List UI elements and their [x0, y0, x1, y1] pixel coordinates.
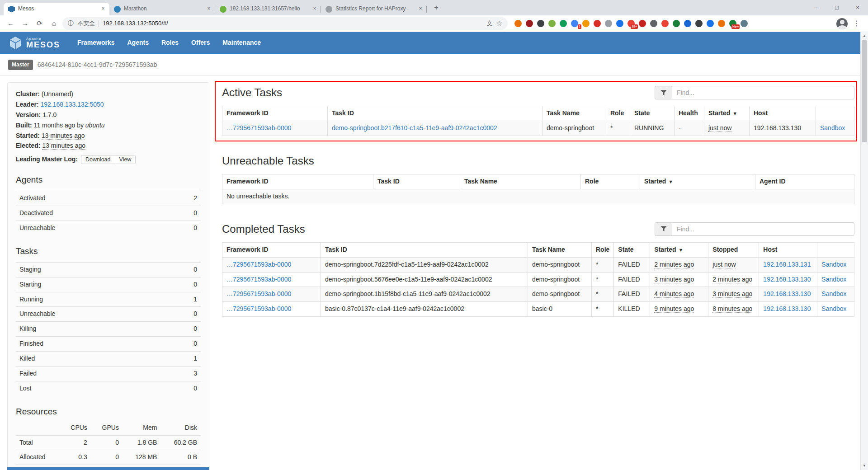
completed-tasks-find-input[interactable] — [672, 222, 854, 236]
extension-icon[interactable] — [526, 20, 533, 27]
col-role[interactable]: Role — [581, 174, 640, 189]
tab-marathon[interactable]: Marathon × — [109, 3, 215, 15]
framework-link[interactable]: …7295671593ab-0000 — [226, 290, 291, 297]
page-scrollbar[interactable]: ▲ ▼ — [860, 32, 868, 470]
nav-roles[interactable]: Roles — [155, 38, 185, 47]
col-framework-id[interactable]: Framework ID — [222, 242, 321, 257]
filter-icon-button[interactable] — [655, 86, 672, 99]
framework-link[interactable]: …7295671593ab-0000 — [226, 305, 291, 312]
col-host[interactable]: Host — [750, 106, 816, 121]
extension-icon[interactable] — [616, 20, 623, 27]
host-link[interactable]: 192.168.133.130 — [763, 276, 811, 283]
extension-icon[interactable] — [673, 20, 680, 27]
home-button[interactable]: ⌂ — [48, 18, 60, 30]
browser-menu-button[interactable]: ⋮ — [850, 19, 863, 29]
col-task-name[interactable]: Task Name — [460, 174, 581, 189]
scroll-down-arrow[interactable]: ▼ — [861, 462, 868, 470]
extension-icon[interactable] — [684, 20, 691, 27]
sandbox-link[interactable]: Sandbox — [821, 290, 846, 297]
nav-offers[interactable]: Offers — [185, 38, 216, 47]
framework-link[interactable]: …7295671593ab-0000 — [226, 276, 291, 283]
col-framework-id[interactable]: Framework ID — [222, 106, 328, 121]
extension-icon[interactable] — [560, 20, 567, 27]
minimize-button[interactable]: – — [806, 0, 826, 15]
sandbox-link[interactable]: Sandbox — [820, 124, 845, 132]
extension-icon[interactable]: 1 — [571, 20, 578, 27]
col-started[interactable]: Started▼ — [640, 174, 755, 189]
sandbox-link[interactable]: Sandbox — [821, 276, 846, 283]
host-link[interactable]: 192.168.133.130 — [763, 305, 811, 312]
tab-mesos[interactable]: Mesos × — [4, 3, 109, 15]
log-view-button[interactable]: View — [115, 155, 136, 164]
bookmark-star-icon[interactable]: ☆ — [496, 19, 502, 28]
log-download-button[interactable]: Download — [81, 155, 115, 164]
col-task-id[interactable]: Task ID — [328, 106, 542, 121]
sandbox-link[interactable]: Sandbox — [821, 305, 846, 312]
site-info-icon[interactable]: ⓘ — [68, 19, 74, 28]
tab-close-icon[interactable]: × — [205, 5, 212, 13]
task-id-link[interactable]: demo-springboot.b217f610-c1a5-11e9-aaf9-… — [332, 124, 497, 132]
extension-icon[interactable] — [537, 20, 544, 27]
profile-avatar[interactable] — [836, 18, 848, 29]
col-role[interactable]: Role — [606, 106, 630, 121]
sandbox-link[interactable]: Sandbox — [821, 261, 846, 268]
extension-icon[interactable] — [582, 20, 590, 27]
nav-frameworks[interactable]: Frameworks — [71, 38, 121, 47]
extension-icon[interactable] — [605, 20, 612, 27]
tab-haproxy-stats[interactable]: Statistics Report for HAProxy × — [321, 3, 427, 15]
cluster-sidebar: Cluster: (Unnamed) Leader: 192.168.133.1… — [7, 82, 209, 470]
scroll-up-arrow[interactable]: ▲ — [861, 33, 868, 40]
col-task-id[interactable]: Task ID — [373, 174, 460, 189]
extension-icon[interactable] — [514, 20, 522, 27]
maximize-button[interactable]: □ — [826, 0, 847, 15]
col-host[interactable]: Host — [759, 242, 817, 257]
elected-info: Elected: 13 minutes ago — [16, 141, 201, 150]
mesos-home-link[interactable]: Apache MESOS — [8, 36, 60, 50]
extension-icon[interactable] — [639, 20, 646, 27]
tab-close-icon[interactable]: × — [311, 5, 318, 13]
extension-icon[interactable] — [548, 20, 556, 27]
col-health[interactable]: Health — [675, 106, 704, 121]
extension-icon[interactable]: 99+ — [627, 20, 635, 27]
framework-link[interactable]: …7295671593ab-0000 — [226, 124, 291, 132]
col-agent-id[interactable]: Agent ID — [755, 174, 854, 189]
col-framework-id[interactable]: Framework ID — [222, 174, 373, 189]
forward-button[interactable]: → — [19, 18, 31, 30]
translate-icon[interactable]: 文 — [487, 19, 493, 28]
refresh-button[interactable]: ⟳ — [33, 18, 46, 30]
nav-agents[interactable]: Agents — [121, 38, 155, 47]
filter-icon-button[interactable] — [655, 222, 672, 236]
leader-link[interactable]: 192.168.133.132:5050 — [40, 101, 104, 108]
col-started[interactable]: Started▼ — [650, 242, 708, 257]
new-tab-button[interactable]: + — [430, 2, 442, 14]
back-button[interactable]: ← — [5, 18, 17, 30]
tab-close-icon[interactable]: × — [417, 5, 424, 13]
host-link[interactable]: 192.168.133.130 — [763, 290, 811, 297]
extension-icon[interactable] — [707, 20, 714, 27]
omnibox[interactable]: ⓘ 不安全 192.168.133.132:5050/#/ 文 ☆ — [62, 17, 508, 30]
extension-icon[interactable] — [718, 20, 725, 27]
col-task-name[interactable]: Task Name — [528, 242, 592, 257]
framework-link[interactable]: …7295671593ab-0000 — [226, 261, 291, 268]
extension-icon[interactable] — [695, 20, 703, 27]
col-stopped[interactable]: Stopped — [708, 242, 759, 257]
col-task-id[interactable]: Task ID — [321, 242, 528, 257]
host-link[interactable]: 192.168.133.131 — [763, 261, 811, 268]
close-button[interactable]: × — [847, 0, 868, 15]
col-started[interactable]: Started▼ — [704, 106, 750, 121]
extension-icon[interactable] — [661, 20, 669, 27]
tab-hello-app[interactable]: 192.168.133.131:31657/hello × — [215, 3, 321, 15]
active-tasks-find-input[interactable] — [672, 86, 854, 99]
col-state[interactable]: State — [614, 242, 650, 257]
extension-icon[interactable]: New — [729, 20, 736, 27]
extension-icon[interactable] — [650, 20, 657, 27]
task-id: demo-springboot.1b15f8bd-c1a5-11e9-aaf9-… — [321, 287, 528, 302]
tab-close-icon[interactable]: × — [99, 5, 107, 13]
extension-icon[interactable] — [741, 20, 748, 27]
nav-maintenance[interactable]: Maintenance — [216, 38, 267, 47]
extension-icon[interactable] — [594, 20, 601, 27]
col-state[interactable]: State — [630, 106, 675, 121]
scrollbar-thumb[interactable] — [862, 40, 867, 142]
col-role[interactable]: Role — [592, 242, 614, 257]
col-task-name[interactable]: Task Name — [542, 106, 606, 121]
